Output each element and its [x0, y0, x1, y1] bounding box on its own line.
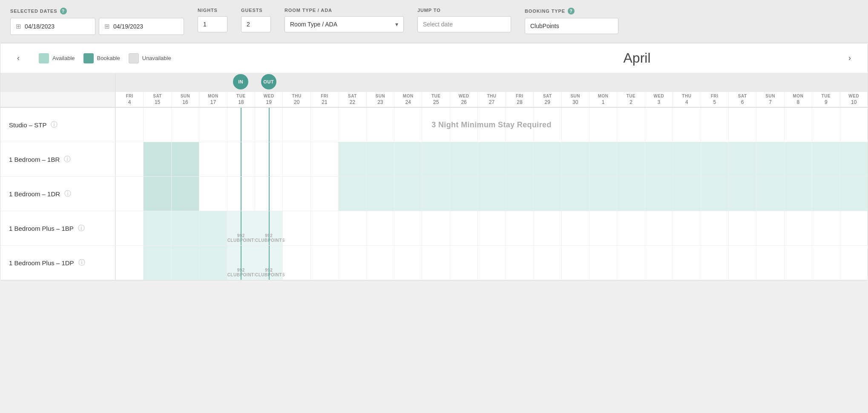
room-3-cell-9 [366, 211, 394, 245]
badge-spacer-3 [199, 73, 227, 92]
room-1-cell-18 [617, 142, 644, 176]
room-2-cell-16 [561, 177, 589, 211]
badge-spacer-11 [422, 73, 449, 92]
badge-spacer-23 [756, 73, 784, 92]
room-3-cell-23 [756, 211, 784, 245]
room-days-3: 992 CLUBPOINTS992 CLUBPOINTS [115, 211, 868, 245]
in-vertical-line [241, 108, 241, 142]
booking-type-help-icon[interactable]: ? [568, 8, 575, 14]
room-type-select[interactable]: Room Type / ADA ▾ [285, 16, 404, 32]
out-vertical-line [269, 211, 270, 245]
room-3-cell-14 [506, 211, 533, 245]
date2-input[interactable]: ⊞ 04/19/2023 [99, 18, 184, 35]
guests-input[interactable]: 2 [241, 16, 271, 32]
room-2-cell-13 [477, 177, 505, 211]
room-4-cell-19 [645, 246, 673, 280]
out-badge: OUT [261, 74, 276, 89]
room-1-cell-11 [422, 142, 449, 176]
room-2-cell-26 [840, 177, 868, 211]
room-row: 1 Bedroom Plus – 1BPⓘ992 CLUBPOINTS992 C… [0, 211, 868, 246]
day-header-18: TUE2 [617, 92, 644, 107]
nights-input[interactable]: 1 [198, 16, 227, 32]
room-4-cell-8 [338, 246, 366, 280]
room-4-cell-17 [589, 246, 617, 280]
room-2-cell-2 [171, 177, 199, 211]
room-4-cell-24 [784, 246, 812, 280]
prev-month-button[interactable]: ‹ [11, 51, 26, 66]
room-3-cell-6 [282, 211, 310, 245]
room-4-cell-10 [394, 246, 422, 280]
room-1-cell-2 [171, 142, 199, 176]
room-4-cell-20 [673, 246, 700, 280]
room-3-cell-3 [199, 211, 227, 245]
room-3-cell-15 [533, 211, 561, 245]
room-4-cell-16 [561, 246, 589, 280]
day-header-16: SUN30 [561, 92, 589, 107]
room-2-cell-21 [701, 177, 728, 211]
room-2-cell-23 [756, 177, 784, 211]
day-header-15: SAT29 [533, 92, 561, 107]
booking-type-label: BOOKING TYPE ? [525, 8, 618, 14]
room-2-cell-25 [812, 177, 839, 211]
room-2-cell-18 [617, 177, 644, 211]
info-icon-2[interactable]: ⓘ [64, 189, 71, 198]
info-icon-0[interactable]: ⓘ [51, 120, 57, 129]
room-1-cell-21 [701, 142, 728, 176]
room-2-cell-0 [115, 177, 143, 211]
calendar-nav: ‹ Available Bookable Unavailable April › [0, 43, 868, 73]
badge-spacer-8 [338, 73, 366, 92]
room-4-cell-11 [422, 246, 449, 280]
badge-spacer-2 [171, 73, 199, 92]
room-2-cell-10 [394, 177, 422, 211]
badge-spacer-22 [728, 73, 756, 92]
room-3-cell-10 [394, 211, 422, 245]
room-4-cell-25 [812, 246, 839, 280]
out-vertical-line [269, 246, 270, 280]
room-4-cell-9 [366, 246, 394, 280]
next-month-button[interactable]: › [842, 51, 857, 66]
day-headers: FRI4SAT15SUN16MON17TUE18WED19THU20FRI21S… [0, 92, 868, 108]
info-icon-4[interactable]: ⓘ [78, 258, 85, 267]
day-header-26: WED10 [840, 92, 868, 107]
badge-spacer-20 [673, 73, 700, 92]
top-bar: SELECTED DATES ? ⊞ 04/18/2023 ⊞ 04/19/20… [0, 0, 868, 43]
room-row: Studio – STPⓘ3 Night Minimum Stay Requir… [0, 108, 868, 142]
selected-dates-group: SELECTED DATES ? ⊞ 04/18/2023 ⊞ 04/19/20… [10, 8, 184, 35]
guests-group: GUESTS 2 [241, 8, 271, 32]
room-3-cell-17 [589, 211, 617, 245]
room-1-cell-14 [506, 142, 533, 176]
nights-group: NIGHTS 1 [198, 8, 227, 32]
selected-dates-help-icon[interactable]: ? [60, 8, 67, 14]
room-4-cell-13 [477, 246, 505, 280]
booking-type-input[interactable]: ClubPoints [525, 18, 618, 34]
badge-spacer-18 [617, 73, 644, 92]
unavailable-swatch [129, 53, 139, 63]
calendar-icon-2: ⊞ [104, 23, 110, 30]
room-1-cell-20 [673, 142, 700, 176]
day-header-0: FRI4 [115, 92, 143, 107]
available-swatch [39, 53, 49, 63]
calendar-grid: INOUT FRI4SAT15SUN16MON17TUE18WED19THU20… [0, 73, 868, 280]
min-stay-message: 3 Night Minimum Stay Required [115, 108, 868, 142]
badge-spacer-6 [282, 73, 310, 92]
room-1-cell-17 [589, 142, 617, 176]
room-name-cell-3: 1 Bedroom Plus – 1BPⓘ [0, 211, 115, 245]
in-vertical-line [241, 211, 241, 245]
date1-input[interactable]: ⊞ 04/18/2023 [10, 18, 95, 35]
room-type-group: ROOM TYPE / ADA Room Type / ADA ▾ [285, 8, 404, 32]
badge-spacer-12 [450, 73, 477, 92]
room-1-cell-6 [282, 142, 310, 176]
info-icon-1[interactable]: ⓘ [64, 155, 71, 164]
badge-spacer-21 [701, 73, 728, 92]
room-type-label: ROOM TYPE / ADA [285, 8, 404, 13]
room-1-cell-7 [310, 142, 338, 176]
badge-spacer-16 [561, 73, 589, 92]
room-1-cell-0 [115, 142, 143, 176]
room-4-cell-2 [171, 246, 199, 280]
day-header-24: MON8 [784, 92, 812, 107]
jump-to-input[interactable]: Select date [417, 16, 511, 32]
room-name-cell-2: 1 Bedroom – 1DRⓘ [0, 177, 115, 211]
info-icon-3[interactable]: ⓘ [78, 224, 85, 233]
room-4-cell-23 [756, 246, 784, 280]
room-2-cell-17 [589, 177, 617, 211]
